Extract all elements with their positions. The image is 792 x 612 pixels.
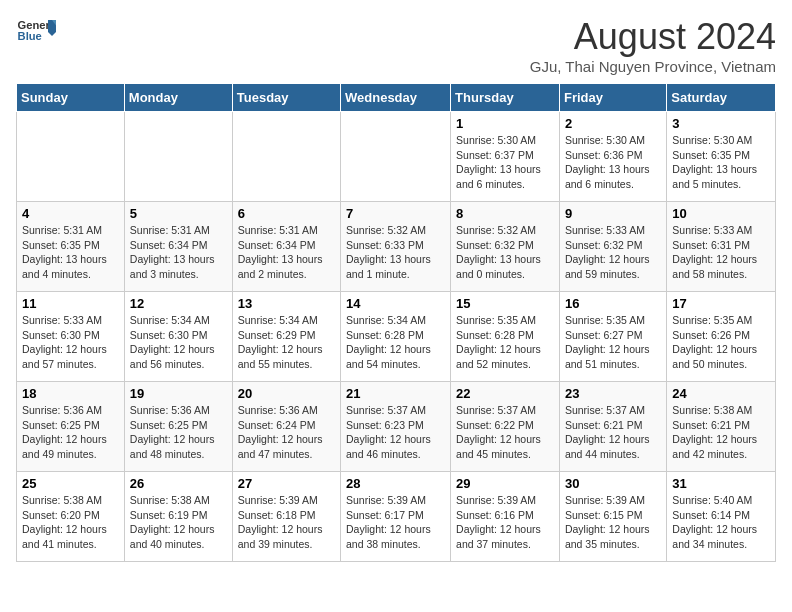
weekday-header-sunday: Sunday: [17, 84, 125, 112]
week-row-3: 11Sunrise: 5:33 AM Sunset: 6:30 PM Dayli…: [17, 292, 776, 382]
day-number: 7: [346, 206, 445, 221]
weekday-header-saturday: Saturday: [667, 84, 776, 112]
calendar-cell: 27Sunrise: 5:39 AM Sunset: 6:18 PM Dayli…: [232, 472, 340, 562]
calendar-cell: 19Sunrise: 5:36 AM Sunset: 6:25 PM Dayli…: [124, 382, 232, 472]
day-info: Sunrise: 5:39 AM Sunset: 6:18 PM Dayligh…: [238, 493, 335, 552]
calendar-cell: 11Sunrise: 5:33 AM Sunset: 6:30 PM Dayli…: [17, 292, 125, 382]
calendar-cell: [341, 112, 451, 202]
day-info: Sunrise: 5:33 AM Sunset: 6:30 PM Dayligh…: [22, 313, 119, 372]
week-row-4: 18Sunrise: 5:36 AM Sunset: 6:25 PM Dayli…: [17, 382, 776, 472]
day-info: Sunrise: 5:31 AM Sunset: 6:34 PM Dayligh…: [130, 223, 227, 282]
day-number: 12: [130, 296, 227, 311]
day-info: Sunrise: 5:35 AM Sunset: 6:26 PM Dayligh…: [672, 313, 770, 372]
calendar-cell: 28Sunrise: 5:39 AM Sunset: 6:17 PM Dayli…: [341, 472, 451, 562]
calendar-cell: 8Sunrise: 5:32 AM Sunset: 6:32 PM Daylig…: [451, 202, 560, 292]
calendar-cell: 29Sunrise: 5:39 AM Sunset: 6:16 PM Dayli…: [451, 472, 560, 562]
day-info: Sunrise: 5:36 AM Sunset: 6:24 PM Dayligh…: [238, 403, 335, 462]
weekday-header-monday: Monday: [124, 84, 232, 112]
calendar-cell: 17Sunrise: 5:35 AM Sunset: 6:26 PM Dayli…: [667, 292, 776, 382]
calendar-cell: 7Sunrise: 5:32 AM Sunset: 6:33 PM Daylig…: [341, 202, 451, 292]
week-row-5: 25Sunrise: 5:38 AM Sunset: 6:20 PM Dayli…: [17, 472, 776, 562]
day-info: Sunrise: 5:37 AM Sunset: 6:22 PM Dayligh…: [456, 403, 554, 462]
day-number: 29: [456, 476, 554, 491]
calendar-cell: 22Sunrise: 5:37 AM Sunset: 6:22 PM Dayli…: [451, 382, 560, 472]
day-number: 9: [565, 206, 661, 221]
day-number: 18: [22, 386, 119, 401]
day-number: 21: [346, 386, 445, 401]
day-number: 14: [346, 296, 445, 311]
calendar-cell: 13Sunrise: 5:34 AM Sunset: 6:29 PM Dayli…: [232, 292, 340, 382]
day-number: 6: [238, 206, 335, 221]
title-section: August 2024 GJu, Thai Nguyen Province, V…: [530, 16, 776, 75]
day-number: 22: [456, 386, 554, 401]
calendar-cell: 14Sunrise: 5:34 AM Sunset: 6:28 PM Dayli…: [341, 292, 451, 382]
day-number: 24: [672, 386, 770, 401]
day-number: 27: [238, 476, 335, 491]
day-number: 5: [130, 206, 227, 221]
day-number: 8: [456, 206, 554, 221]
day-info: Sunrise: 5:34 AM Sunset: 6:29 PM Dayligh…: [238, 313, 335, 372]
day-info: Sunrise: 5:37 AM Sunset: 6:23 PM Dayligh…: [346, 403, 445, 462]
day-info: Sunrise: 5:36 AM Sunset: 6:25 PM Dayligh…: [22, 403, 119, 462]
weekday-header-thursday: Thursday: [451, 84, 560, 112]
calendar-cell: 24Sunrise: 5:38 AM Sunset: 6:21 PM Dayli…: [667, 382, 776, 472]
day-info: Sunrise: 5:31 AM Sunset: 6:35 PM Dayligh…: [22, 223, 119, 282]
day-info: Sunrise: 5:37 AM Sunset: 6:21 PM Dayligh…: [565, 403, 661, 462]
weekday-header-friday: Friday: [559, 84, 666, 112]
day-number: 2: [565, 116, 661, 131]
day-info: Sunrise: 5:36 AM Sunset: 6:25 PM Dayligh…: [130, 403, 227, 462]
month-year-title: August 2024: [530, 16, 776, 58]
day-number: 31: [672, 476, 770, 491]
weekday-header-row: SundayMondayTuesdayWednesdayThursdayFrid…: [17, 84, 776, 112]
day-number: 13: [238, 296, 335, 311]
day-number: 25: [22, 476, 119, 491]
day-number: 10: [672, 206, 770, 221]
day-number: 19: [130, 386, 227, 401]
day-info: Sunrise: 5:38 AM Sunset: 6:20 PM Dayligh…: [22, 493, 119, 552]
day-info: Sunrise: 5:33 AM Sunset: 6:31 PM Dayligh…: [672, 223, 770, 282]
location-subtitle: GJu, Thai Nguyen Province, Vietnam: [530, 58, 776, 75]
calendar-cell: 21Sunrise: 5:37 AM Sunset: 6:23 PM Dayli…: [341, 382, 451, 472]
week-row-2: 4Sunrise: 5:31 AM Sunset: 6:35 PM Daylig…: [17, 202, 776, 292]
day-info: Sunrise: 5:39 AM Sunset: 6:15 PM Dayligh…: [565, 493, 661, 552]
day-info: Sunrise: 5:39 AM Sunset: 6:16 PM Dayligh…: [456, 493, 554, 552]
calendar-cell: 9Sunrise: 5:33 AM Sunset: 6:32 PM Daylig…: [559, 202, 666, 292]
day-info: Sunrise: 5:38 AM Sunset: 6:21 PM Dayligh…: [672, 403, 770, 462]
calendar-cell: 10Sunrise: 5:33 AM Sunset: 6:31 PM Dayli…: [667, 202, 776, 292]
day-number: 17: [672, 296, 770, 311]
calendar-cell: 1Sunrise: 5:30 AM Sunset: 6:37 PM Daylig…: [451, 112, 560, 202]
logo-icon: General Blue: [16, 16, 56, 44]
calendar-table: SundayMondayTuesdayWednesdayThursdayFrid…: [16, 83, 776, 562]
calendar-cell: 6Sunrise: 5:31 AM Sunset: 6:34 PM Daylig…: [232, 202, 340, 292]
page-header: General Blue August 2024 GJu, Thai Nguye…: [16, 16, 776, 75]
calendar-cell: 20Sunrise: 5:36 AM Sunset: 6:24 PM Dayli…: [232, 382, 340, 472]
day-info: Sunrise: 5:35 AM Sunset: 6:27 PM Dayligh…: [565, 313, 661, 372]
day-number: 26: [130, 476, 227, 491]
day-info: Sunrise: 5:31 AM Sunset: 6:34 PM Dayligh…: [238, 223, 335, 282]
calendar-cell: 25Sunrise: 5:38 AM Sunset: 6:20 PM Dayli…: [17, 472, 125, 562]
calendar-cell: 16Sunrise: 5:35 AM Sunset: 6:27 PM Dayli…: [559, 292, 666, 382]
day-info: Sunrise: 5:34 AM Sunset: 6:28 PM Dayligh…: [346, 313, 445, 372]
day-number: 15: [456, 296, 554, 311]
calendar-cell: 26Sunrise: 5:38 AM Sunset: 6:19 PM Dayli…: [124, 472, 232, 562]
calendar-cell: 12Sunrise: 5:34 AM Sunset: 6:30 PM Dayli…: [124, 292, 232, 382]
day-info: Sunrise: 5:30 AM Sunset: 6:35 PM Dayligh…: [672, 133, 770, 192]
day-number: 28: [346, 476, 445, 491]
day-number: 20: [238, 386, 335, 401]
day-info: Sunrise: 5:35 AM Sunset: 6:28 PM Dayligh…: [456, 313, 554, 372]
calendar-cell: 15Sunrise: 5:35 AM Sunset: 6:28 PM Dayli…: [451, 292, 560, 382]
day-number: 4: [22, 206, 119, 221]
logo: General Blue: [16, 16, 56, 44]
day-number: 16: [565, 296, 661, 311]
day-number: 30: [565, 476, 661, 491]
week-row-1: 1Sunrise: 5:30 AM Sunset: 6:37 PM Daylig…: [17, 112, 776, 202]
calendar-cell: 5Sunrise: 5:31 AM Sunset: 6:34 PM Daylig…: [124, 202, 232, 292]
day-info: Sunrise: 5:32 AM Sunset: 6:33 PM Dayligh…: [346, 223, 445, 282]
calendar-cell: 3Sunrise: 5:30 AM Sunset: 6:35 PM Daylig…: [667, 112, 776, 202]
day-number: 1: [456, 116, 554, 131]
day-info: Sunrise: 5:33 AM Sunset: 6:32 PM Dayligh…: [565, 223, 661, 282]
weekday-header-tuesday: Tuesday: [232, 84, 340, 112]
calendar-cell: 31Sunrise: 5:40 AM Sunset: 6:14 PM Dayli…: [667, 472, 776, 562]
calendar-cell: 4Sunrise: 5:31 AM Sunset: 6:35 PM Daylig…: [17, 202, 125, 292]
day-info: Sunrise: 5:30 AM Sunset: 6:36 PM Dayligh…: [565, 133, 661, 192]
